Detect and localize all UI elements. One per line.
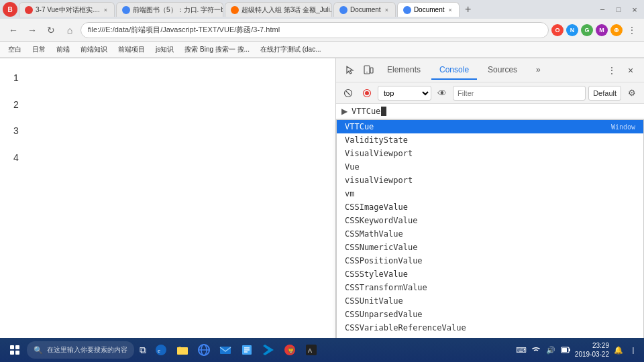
show-desktop-button[interactable]: | bbox=[628, 345, 639, 355]
bookmarks-bar: 空白 日常 前端 前端知识 前端项目 js知识 搜索 Bing 搜索一 搜...… bbox=[0, 42, 644, 58]
svg-rect-2 bbox=[370, 68, 373, 73]
profile-icon[interactable]: B bbox=[3, 2, 17, 17]
ext-icon-2[interactable]: N bbox=[566, 24, 578, 36]
tab-more[interactable]: » bbox=[528, 61, 549, 80]
autocomplete-item-csstransformvalue[interactable]: CSSTransformValue bbox=[337, 281, 643, 294]
bookmark-frontend[interactable]: 前端 bbox=[54, 44, 72, 56]
tab-1-close[interactable]: × bbox=[103, 7, 109, 13]
autocomplete-item-cssmathvalue[interactable]: CSSMathValue bbox=[337, 227, 643, 241]
taskbar-app-mail[interactable] bbox=[216, 341, 235, 359]
console-context-select[interactable]: top bbox=[378, 86, 431, 101]
taskbar-app-folder[interactable] bbox=[173, 341, 192, 359]
bookmark-typing[interactable]: 在线打字测试 (dac... bbox=[258, 44, 324, 56]
tab-console[interactable]: Console bbox=[431, 61, 477, 80]
windows-button[interactable] bbox=[5, 341, 24, 359]
settings-icon[interactable]: ⋮ bbox=[625, 23, 639, 37]
page-content: 1 2 3 4 bbox=[0, 58, 335, 362]
minimize-button[interactable]: − bbox=[596, 3, 609, 16]
svg-rect-25 bbox=[562, 348, 567, 352]
browser-chrome: B 3-7 Vue中对话框实.... × 前端图书（5）：力口. 字符一be..… bbox=[0, 0, 644, 58]
taskbar-app-vscode[interactable] bbox=[259, 341, 278, 359]
taskbar-app-dark[interactable]: A bbox=[302, 341, 321, 359]
console-eye-icon[interactable]: 👁 bbox=[434, 85, 450, 101]
console-prompt-icon: ▶ bbox=[341, 107, 347, 116]
tab-2[interactable]: 前端图书（5）：力口. 字符一be... × bbox=[116, 2, 223, 17]
autocomplete-item-visualviewport[interactable]: VisualViewport bbox=[337, 147, 643, 160]
bookmark-blank[interactable]: 空白 bbox=[5, 44, 24, 56]
task-view-button[interactable]: ⧉ bbox=[140, 345, 146, 356]
forward-button[interactable]: → bbox=[24, 22, 40, 38]
autocomplete-item-cssunitvalue[interactable]: CSSUnitValue bbox=[337, 294, 643, 308]
tab-5[interactable]: Document × bbox=[397, 2, 460, 17]
autocomplete-item-vtttcue[interactable]: VTTCue Window bbox=[337, 120, 643, 133]
tab-sources[interactable]: Sources bbox=[480, 61, 525, 80]
bookmark-frontend-knowledge[interactable]: 前端知识 bbox=[78, 44, 110, 56]
autocomplete-item-cssimagevalue[interactable]: CSSImageValue bbox=[337, 200, 643, 214]
autocomplete-item-cssunparsedvalue[interactable]: CSSUnparsedValue bbox=[337, 308, 643, 321]
autocomplete-item-visualviewport-lower[interactable]: visualViewport bbox=[337, 174, 643, 187]
devtools-close-button[interactable]: × bbox=[623, 62, 639, 78]
console-default-button[interactable]: Default bbox=[588, 86, 621, 101]
tab-4-close[interactable]: × bbox=[384, 7, 390, 13]
tab-5-label: Document bbox=[414, 6, 445, 13]
autocomplete-item-cssnumericvalue[interactable]: CSSNumericValue bbox=[337, 241, 643, 254]
devtools-more-options[interactable]: ⋮ bbox=[604, 62, 620, 78]
tab-5-close[interactable]: × bbox=[447, 7, 453, 13]
bookmark-bing[interactable]: 搜索 Bing 搜索一 搜... bbox=[182, 44, 252, 56]
autocomplete-item-csspositionvalue[interactable]: CSSPositionValue bbox=[337, 254, 643, 267]
taskbar-app-edge[interactable]: e bbox=[152, 341, 170, 359]
tab-3[interactable]: 超级特人入组 第3话 金额_Juli... × bbox=[225, 2, 332, 17]
taskbar-search[interactable]: 🔍 在这里输入你要搜索的内容 bbox=[27, 341, 134, 359]
tab-elements[interactable]: Elements bbox=[379, 61, 429, 80]
autocomplete-item-csskeywordvalue[interactable]: CSSKeywordValue bbox=[337, 214, 643, 227]
tab-3-label: 超级特人入组 第3话 金额_Juli... bbox=[241, 5, 332, 15]
console-filter-input[interactable] bbox=[453, 86, 586, 101]
autocomplete-item-vm[interactable]: vm bbox=[337, 187, 643, 200]
taskbar-clock[interactable]: 23:29 2019-03-22 bbox=[575, 341, 609, 359]
bookmark-js[interactable]: js知识 bbox=[153, 44, 176, 56]
tab-1[interactable]: 3-7 Vue中对话框实.... × bbox=[19, 2, 115, 17]
back-button[interactable]: ← bbox=[5, 22, 21, 38]
console-record-button[interactable] bbox=[359, 85, 375, 101]
taskbar-keyboard-icon[interactable]: ⌨ bbox=[516, 345, 527, 355]
autocomplete-item-cssstylevalue[interactable]: CSSStyleValue bbox=[337, 267, 643, 281]
console-input-text[interactable]: VTTCue bbox=[352, 107, 639, 116]
taskbar-app-red[interactable]: 🦁 bbox=[280, 341, 299, 359]
ext-icon-3[interactable]: G bbox=[581, 24, 593, 36]
taskbar-sound-icon[interactable]: 🔊 bbox=[545, 345, 556, 355]
page-line-2: 2 bbox=[13, 99, 322, 112]
taskbar-battery-icon[interactable] bbox=[560, 345, 571, 355]
console-clear-button[interactable] bbox=[340, 85, 356, 101]
home-button[interactable]: ⌂ bbox=[62, 22, 78, 38]
ext-icon-4[interactable]: M bbox=[596, 24, 608, 36]
taskbar-app-browser[interactable] bbox=[195, 341, 213, 359]
svg-rect-1 bbox=[366, 72, 368, 72]
autocomplete-item-cssvariablereferencevalue[interactable]: CSSVariableReferenceValue bbox=[337, 321, 643, 335]
console-input-area[interactable]: ▶ VTTCue bbox=[336, 104, 644, 119]
address-bar[interactable]: file:///E:/data/前端项目/Javascript-TEXT/VUE… bbox=[80, 22, 549, 38]
autocomplete-item-validitystate[interactable]: ValidityState bbox=[337, 133, 643, 147]
ext-icon-5[interactable]: ⊕ bbox=[610, 24, 623, 36]
devtools-device-button[interactable] bbox=[360, 62, 376, 78]
console-settings-button[interactable]: ⚙ bbox=[624, 85, 640, 101]
autocomplete-item-vue[interactable]: Vue bbox=[337, 160, 643, 174]
taskbar-notifications-icon[interactable]: 🔔 bbox=[613, 345, 624, 355]
ext-icon-1[interactable]: O bbox=[551, 24, 564, 36]
taskbar: 🔍 在这里输入你要搜索的内容 ⧉ e bbox=[0, 338, 644, 362]
devtools-actions: ⋮ × bbox=[604, 62, 639, 78]
main-area: 1 2 3 4 bbox=[0, 58, 644, 362]
taskbar-network-icon[interactable] bbox=[531, 345, 541, 355]
new-tab-button[interactable]: + bbox=[461, 2, 476, 17]
bookmark-frontend-project[interactable]: 前端项目 bbox=[115, 44, 148, 56]
page-line-4: 4 bbox=[13, 152, 322, 165]
reload-button[interactable]: ↻ bbox=[43, 22, 59, 38]
devtools-inspect-button[interactable] bbox=[341, 62, 358, 78]
maximize-button[interactable]: □ bbox=[612, 3, 625, 16]
bookmark-daily[interactable]: 日常 bbox=[30, 44, 48, 56]
autocomplete-dropdown[interactable]: VTTCue Window ValidityState VisualViewpo… bbox=[336, 119, 644, 362]
devtools-header: Elements Console Sources » ⋮ × bbox=[336, 58, 644, 82]
close-button[interactable]: × bbox=[628, 3, 641, 16]
tab-4[interactable]: Document × bbox=[333, 2, 396, 17]
taskbar-app-files[interactable] bbox=[237, 341, 256, 359]
tab-2-favicon bbox=[122, 6, 130, 14]
